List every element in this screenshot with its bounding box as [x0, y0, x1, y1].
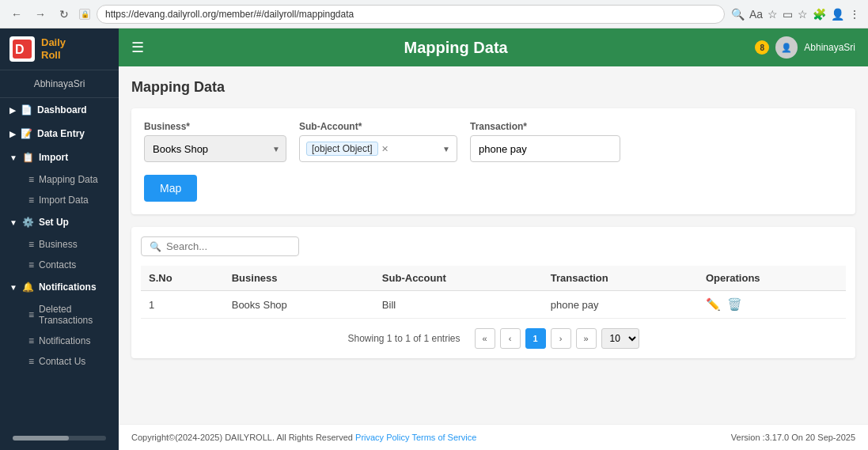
extension-icon: 🧩: [813, 8, 826, 21]
sidebar: D DailyRoll AbhinayaSri ▶ 📄 Dashboard ▶ …: [0, 28, 119, 450]
notification-badge[interactable]: 8: [755, 40, 769, 55]
doc-icon: 📄: [21, 104, 32, 115]
content-right: ☰ Mapping Data 8 👤 AbhinayaSri Mapping D…: [119, 28, 868, 450]
sidebar-item-contacts[interactable]: ≡ Contacts: [19, 255, 119, 275]
top-header: ☰ Mapping Data 8 👤 AbhinayaSri: [119, 28, 868, 66]
url-bar[interactable]: [97, 5, 725, 24]
sidebar-item-mapping-data[interactable]: ≡ Mapping Data: [19, 169, 119, 190]
header-right: 8 👤 AbhinayaSri: [755, 36, 855, 59]
sidebar-label-setup: Set Up: [39, 217, 69, 228]
sidebar-label-dashboard: Dashboard: [37, 104, 87, 115]
map-button[interactable]: Map: [144, 175, 197, 202]
sidebar-item-set-up[interactable]: ▼ ⚙️ Set Up: [0, 210, 119, 234]
prev-page-button[interactable]: ‹: [500, 328, 521, 349]
hamburger-button[interactable]: ☰: [131, 39, 144, 56]
footer-left: Copyright©(2024-2025) DAILYROLL. All Rig…: [131, 433, 476, 442]
table-card: 🔍 S.No Business Sub-Account Transaction …: [131, 227, 855, 358]
per-page-select[interactable]: 10 25 50: [601, 328, 639, 349]
list-icon-4: ≡: [28, 259, 34, 270]
avatar: 👤: [775, 36, 798, 59]
sidebar-label-import-data: Import Data: [39, 195, 89, 206]
chevron-icon-5: ▼: [9, 283, 17, 292]
subaccount-tag: [object Object]: [306, 142, 378, 156]
page-1-button[interactable]: 1: [525, 328, 546, 349]
sidebar-item-dashboard[interactable]: ▶ 📄 Dashboard: [0, 98, 119, 122]
search-icon: 🔍: [150, 241, 161, 252]
clear-icon[interactable]: ✕: [381, 144, 389, 154]
sidebar-label-notif: Notifications: [39, 335, 90, 346]
cell-sno: 1: [141, 291, 224, 319]
sidebar-label-contact: Contact Us: [39, 356, 85, 367]
copyright-text: Copyright©(2024-2025) DAILYROLL. All Rig…: [131, 433, 355, 442]
profile-icon: 👤: [831, 8, 844, 21]
col-sno: S.No: [141, 266, 224, 291]
business-label: Business*: [144, 121, 286, 132]
import-icon: 📋: [22, 152, 34, 163]
transaction-group: Transaction*: [470, 121, 620, 162]
sidebar-item-contact-us[interactable]: ≡ Contact Us: [19, 351, 119, 372]
col-transaction: Transaction: [543, 266, 698, 291]
cell-operations: ✏️ 🗑️: [698, 291, 846, 319]
sidebar-item-import-data[interactable]: ≡ Import Data: [19, 190, 119, 210]
header-username: AbhinayaSri: [804, 42, 855, 53]
tab-icon: ▭: [783, 8, 793, 21]
chevron-icon: ▶: [9, 106, 16, 115]
form-row: Business* Books Shop ▼ Sub-Account*: [144, 121, 843, 162]
business-select[interactable]: Books Shop: [144, 135, 286, 162]
sidebar-item-import[interactable]: ▼ 📋 Import: [0, 146, 119, 169]
sidebar-item-notifications[interactable]: ≡ Notifications: [19, 331, 119, 351]
search-input[interactable]: [166, 240, 290, 252]
sidebar-item-business[interactable]: ≡ Business: [19, 234, 119, 255]
sidebar-label-deleted: Deleted Transactions: [39, 304, 109, 326]
sidebar-logo: D DailyRoll: [0, 28, 119, 70]
lock-icon: 🔒: [79, 9, 90, 20]
subaccount-select[interactable]: [object Object] ✕ ▼: [299, 135, 457, 162]
bookmark-icon: ☆: [798, 8, 808, 21]
subaccount-label: Sub-Account*: [299, 121, 457, 132]
list-icon-5: ≡: [28, 309, 34, 320]
subaccount-chevron: ▼: [442, 145, 450, 153]
svg-text:D: D: [15, 43, 25, 56]
col-subaccount: Sub-Account: [374, 266, 543, 291]
star-icon: ☆: [768, 8, 778, 21]
sidebar-item-notifications-group[interactable]: ▼ 🔔 Notifications: [0, 275, 119, 299]
delete-button[interactable]: 🗑️: [727, 297, 742, 312]
back-button[interactable]: ←: [8, 6, 25, 23]
privacy-policy-link[interactable]: Privacy Policy: [355, 433, 409, 442]
search-box: 🔍: [141, 236, 299, 256]
first-page-button[interactable]: «: [475, 328, 495, 349]
setup-icon: ⚙️: [22, 217, 34, 228]
footer: Copyright©(2024-2025) DAILYROLL. All Rig…: [119, 424, 868, 450]
edit-button[interactable]: ✏️: [706, 297, 721, 312]
list-icon-7: ≡: [28, 356, 34, 367]
logo-text: DailyRoll: [41, 36, 66, 61]
main-content: Mapping Data Business* Books Shop ▼: [119, 66, 868, 450]
col-operations: Operations: [698, 266, 846, 291]
sidebar-item-data-entry[interactable]: ▶ 📝 Data Entry: [0, 122, 119, 146]
forward-button[interactable]: →: [32, 6, 49, 23]
form-card: Business* Books Shop ▼ Sub-Account*: [131, 108, 855, 214]
cell-transaction: phone pay: [543, 291, 698, 319]
sidebar-user: AbhinayaSri: [0, 70, 119, 98]
font-icon: Aa: [749, 8, 763, 21]
terms-link[interactable]: Terms of Service: [411, 433, 476, 442]
table-row: 1 Books Shop Bill phone pay ✏️ 🗑️: [141, 291, 846, 319]
menu-icon: ⋮: [849, 8, 860, 21]
chevron-icon-4: ▼: [9, 218, 17, 227]
sidebar-label-business: Business: [39, 239, 78, 250]
list-icon-3: ≡: [28, 239, 34, 250]
subaccount-group: Sub-Account* [object Object] ✕ ▼: [299, 121, 457, 162]
sidebar-item-deleted-transactions[interactable]: ≡ Deleted Transactions: [19, 299, 119, 331]
sidebar-label-mapping: Mapping Data: [39, 174, 98, 185]
notif-icon: 🔔: [22, 282, 34, 293]
col-business: Business: [224, 266, 374, 291]
refresh-button[interactable]: ↻: [55, 6, 73, 23]
edit-icon: 📝: [21, 128, 32, 139]
transaction-input[interactable]: [470, 135, 620, 162]
sidebar-label-notif-group: Notifications: [39, 282, 97, 293]
last-page-button[interactable]: »: [576, 328, 597, 349]
next-page-button[interactable]: ›: [551, 328, 571, 349]
sidebar-label-data-entry: Data Entry: [37, 128, 85, 139]
chevron-icon-2: ▶: [9, 130, 16, 138]
header-title: Mapping Data: [157, 39, 755, 57]
